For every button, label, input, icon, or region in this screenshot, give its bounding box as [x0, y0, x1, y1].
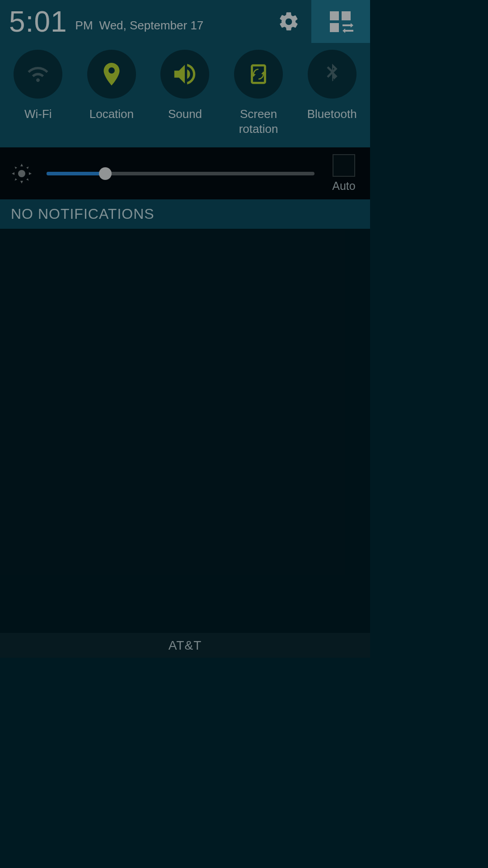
toggle-screen-rotation[interactable]: Screen rotation	[222, 50, 296, 136]
toggle-label: Sound	[168, 107, 202, 122]
gear-icon	[277, 10, 300, 33]
carrier-footer[interactable]: AT&T	[0, 633, 370, 658]
status-header: 5:01 PM Wed, September 17	[0, 0, 370, 43]
grid-icon	[327, 9, 354, 34]
svg-rect-2	[330, 23, 339, 32]
toggle-wifi[interactable]: Wi-Fi	[1, 50, 75, 122]
no-notifications-bar: NO NOTIFICATIONS	[0, 199, 370, 229]
toggle-label: Location	[89, 107, 134, 122]
clock-time: 5:01	[9, 5, 67, 38]
sound-icon	[171, 60, 199, 88]
bluetooth-icon	[319, 61, 345, 87]
toggle-bluetooth[interactable]: Bluetooth	[295, 50, 369, 122]
carrier-label: AT&T	[169, 638, 202, 653]
quick-panel-expand-button[interactable]	[311, 0, 370, 43]
screen-rotation-icon	[245, 61, 272, 87]
toggle-label: Wi-Fi	[24, 107, 52, 122]
svg-point-3	[18, 170, 25, 177]
svg-rect-0	[330, 11, 339, 20]
toggle-label: Bluetooth	[307, 107, 357, 122]
brightness-icon	[8, 163, 35, 184]
clock-ampm: PM	[75, 19, 93, 33]
brightness-row: Auto	[0, 147, 370, 199]
location-pin-icon	[98, 61, 125, 88]
clock-date: Wed, September 17	[99, 19, 204, 33]
toggle-location[interactable]: Location	[75, 50, 149, 122]
quick-toggles-row: Wi-Fi Location Sound	[0, 43, 370, 147]
auto-brightness-label: Auto	[332, 179, 355, 193]
notification-list-empty	[0, 229, 370, 633]
no-notifications-label: NO NOTIFICATIONS	[11, 206, 155, 222]
settings-button[interactable]	[273, 0, 305, 43]
toggle-sound[interactable]: Sound	[148, 50, 222, 122]
svg-rect-1	[342, 11, 351, 20]
toggle-label: Screen rotation	[239, 107, 278, 136]
brightness-slider[interactable]	[47, 167, 314, 180]
auto-brightness-checkbox[interactable]	[333, 154, 355, 177]
wifi-icon	[23, 60, 52, 89]
